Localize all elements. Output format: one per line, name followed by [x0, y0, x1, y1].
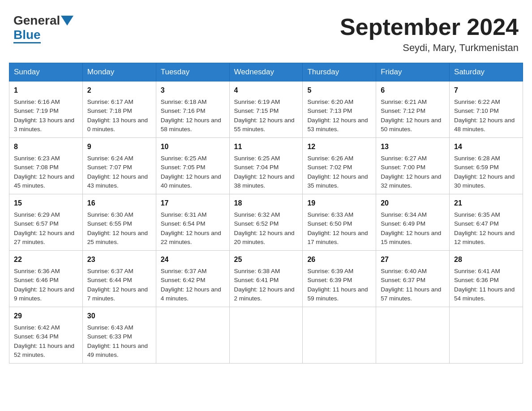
calendar-cell — [156, 307, 229, 364]
calendar-week-row: 22Sunrise: 6:36 AMSunset: 6:46 PMDayligh… — [9, 251, 523, 307]
sunset-text: Sunset: 6:50 PM — [307, 220, 352, 227]
daylight-text: Daylight: 12 hours and 12 minutes. — [454, 230, 515, 245]
sunset-text: Sunset: 7:10 PM — [454, 107, 499, 114]
day-number: 27 — [381, 254, 445, 265]
daylight-text: Daylight: 11 hours and 52 minutes. — [14, 342, 74, 358]
sunrise-text: Sunrise: 6:25 AM — [234, 155, 280, 162]
sunset-text: Sunset: 6:39 PM — [307, 277, 352, 283]
sunset-text: Sunset: 6:41 PM — [234, 277, 279, 283]
calendar-cell: 1Sunrise: 6:16 AMSunset: 7:19 PMDaylight… — [9, 81, 83, 138]
calendar-cell: 6Sunrise: 6:21 AMSunset: 7:12 PMDaylight… — [376, 81, 450, 138]
calendar-cell: 2Sunrise: 6:17 AMSunset: 7:18 PMDaylight… — [82, 81, 156, 138]
daylight-text: Daylight: 12 hours and 43 minutes. — [87, 173, 148, 189]
day-number: 18 — [234, 198, 298, 209]
sunrise-text: Sunrise: 6:42 AM — [14, 324, 60, 331]
calendar-week-row: 15Sunrise: 6:29 AMSunset: 6:57 PMDayligh… — [9, 194, 523, 251]
sunset-text: Sunset: 6:55 PM — [87, 220, 132, 227]
sunrise-text: Sunrise: 6:32 AM — [234, 211, 280, 218]
daylight-text: Daylight: 12 hours and 20 minutes. — [234, 230, 295, 245]
logo-text-general: General — [13, 13, 60, 28]
sunset-text: Sunset: 7:12 PM — [381, 107, 425, 114]
sunrise-text: Sunrise: 6:31 AM — [161, 211, 207, 218]
weekday-header-saturday: Saturday — [450, 63, 523, 81]
calendar-cell: 5Sunrise: 6:20 AMSunset: 7:13 PMDaylight… — [303, 81, 376, 138]
logo-text-blue: Blue — [13, 28, 41, 43]
sunrise-text: Sunrise: 6:30 AM — [87, 211, 133, 218]
day-number: 29 — [14, 311, 78, 321]
day-number: 13 — [381, 141, 445, 152]
day-number: 2 — [87, 85, 151, 96]
day-number: 11 — [234, 141, 298, 152]
day-number: 12 — [307, 141, 371, 152]
day-number: 22 — [14, 254, 78, 265]
calendar-title: September 2024 — [340, 13, 519, 40]
calendar-cell: 13Sunrise: 6:27 AMSunset: 7:00 PMDayligh… — [376, 138, 450, 194]
day-number: 30 — [87, 311, 151, 321]
calendar-cell: 19Sunrise: 6:33 AMSunset: 6:50 PMDayligh… — [303, 194, 376, 251]
daylight-text: Daylight: 12 hours and 40 minutes. — [161, 173, 221, 189]
sunset-text: Sunset: 7:05 PM — [161, 164, 206, 171]
daylight-text: Daylight: 12 hours and 53 minutes. — [307, 117, 368, 133]
sunset-text: Sunset: 6:52 PM — [234, 220, 279, 227]
calendar-cell: 28Sunrise: 6:41 AMSunset: 6:36 PMDayligh… — [450, 251, 523, 307]
sunset-text: Sunset: 7:15 PM — [234, 107, 279, 114]
sunrise-text: Sunrise: 6:37 AM — [87, 268, 133, 274]
daylight-text: Daylight: 12 hours and 48 minutes. — [454, 117, 515, 133]
title-section: September 2024 Seydi, Mary, Turkmenistan — [340, 13, 519, 54]
calendar-cell: 20Sunrise: 6:34 AMSunset: 6:49 PMDayligh… — [376, 194, 450, 251]
calendar-cell: 16Sunrise: 6:30 AMSunset: 6:55 PMDayligh… — [82, 194, 156, 251]
sunset-text: Sunset: 7:08 PM — [14, 164, 59, 171]
weekday-header-row: SundayMondayTuesdayWednesdayThursdayFrid… — [9, 63, 523, 81]
calendar-cell — [376, 307, 450, 364]
sunrise-text: Sunrise: 6:36 AM — [14, 268, 60, 274]
day-number: 9 — [87, 141, 151, 152]
sunrise-text: Sunrise: 6:39 AM — [307, 268, 353, 274]
sunrise-text: Sunrise: 6:24 AM — [87, 155, 133, 162]
daylight-text: Daylight: 12 hours and 32 minutes. — [381, 173, 441, 189]
calendar-cell: 26Sunrise: 6:39 AMSunset: 6:39 PMDayligh… — [303, 251, 376, 307]
daylight-text: Daylight: 12 hours and 35 minutes. — [307, 173, 368, 189]
sunrise-text: Sunrise: 6:16 AM — [14, 98, 60, 105]
day-number: 20 — [381, 198, 445, 209]
sunrise-text: Sunrise: 6:40 AM — [381, 268, 427, 274]
day-number: 3 — [161, 85, 225, 96]
sunset-text: Sunset: 7:13 PM — [307, 107, 352, 114]
calendar-cell: 12Sunrise: 6:26 AMSunset: 7:02 PMDayligh… — [303, 138, 376, 194]
sunset-text: Sunset: 6:34 PM — [14, 333, 59, 340]
sunset-text: Sunset: 6:33 PM — [87, 333, 132, 340]
daylight-text: Daylight: 12 hours and 55 minutes. — [234, 117, 295, 133]
logo-triangle-icon — [61, 16, 73, 26]
daylight-text: Daylight: 12 hours and 15 minutes. — [381, 230, 441, 245]
day-number: 23 — [87, 254, 151, 265]
calendar-cell: 22Sunrise: 6:36 AMSunset: 6:46 PMDayligh… — [9, 251, 83, 307]
calendar-week-row: 1Sunrise: 6:16 AMSunset: 7:19 PMDaylight… — [9, 81, 523, 138]
daylight-text: Daylight: 12 hours and 58 minutes. — [161, 117, 221, 133]
sunset-text: Sunset: 6:37 PM — [381, 277, 425, 283]
sunrise-text: Sunrise: 6:35 AM — [454, 211, 500, 218]
daylight-text: Daylight: 12 hours and 22 minutes. — [161, 230, 221, 245]
logo: General Blue — [13, 13, 74, 43]
daylight-text: Daylight: 12 hours and 4 minutes. — [161, 286, 221, 302]
weekday-header-wednesday: Wednesday — [229, 63, 303, 81]
calendar-cell: 7Sunrise: 6:22 AMSunset: 7:10 PMDaylight… — [450, 81, 523, 138]
sunrise-text: Sunrise: 6:21 AM — [381, 98, 427, 105]
sunset-text: Sunset: 6:46 PM — [14, 277, 59, 283]
weekday-header-sunday: Sunday — [9, 63, 83, 81]
day-number: 1 — [14, 85, 78, 96]
day-number: 16 — [87, 198, 151, 209]
sunrise-text: Sunrise: 6:41 AM — [454, 268, 500, 274]
sunset-text: Sunset: 6:44 PM — [87, 277, 132, 283]
weekday-header-thursday: Thursday — [303, 63, 376, 81]
sunset-text: Sunset: 7:16 PM — [161, 107, 206, 114]
daylight-text: Daylight: 12 hours and 27 minutes. — [14, 230, 74, 245]
daylight-text: Daylight: 12 hours and 17 minutes. — [307, 230, 368, 245]
calendar-cell: 29Sunrise: 6:42 AMSunset: 6:34 PMDayligh… — [9, 307, 83, 364]
calendar-cell: 9Sunrise: 6:24 AMSunset: 7:07 PMDaylight… — [82, 138, 156, 194]
calendar-cell — [450, 307, 523, 364]
day-number: 5 — [307, 85, 371, 96]
day-number: 17 — [161, 198, 225, 209]
calendar-cell: 25Sunrise: 6:38 AMSunset: 6:41 PMDayligh… — [229, 251, 303, 307]
daylight-text: Daylight: 13 hours and 3 minutes. — [14, 117, 74, 133]
daylight-text: Daylight: 12 hours and 9 minutes. — [14, 286, 74, 302]
day-number: 4 — [234, 85, 298, 96]
